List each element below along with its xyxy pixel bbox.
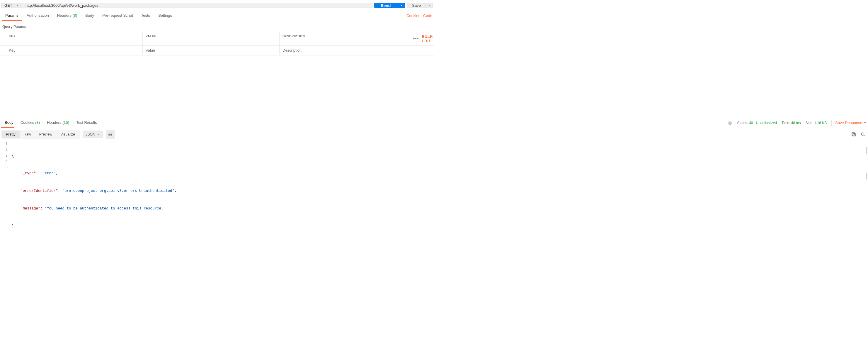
cookies-link[interactable]: Cookies <box>406 13 420 18</box>
tab-params[interactable]: Params <box>1 11 23 21</box>
tab-headers[interactable]: Headers (8) <box>53 11 82 21</box>
tab-settings[interactable]: Settings <box>154 11 176 21</box>
request-tabs: Params Authorization Headers (8) Body Pr… <box>1 11 176 21</box>
wrap-lines-button[interactable] <box>106 130 115 139</box>
query-params-title: Query Params <box>0 21 434 32</box>
send-button-group: Send <box>374 3 405 8</box>
tok-key: "_type" <box>21 171 36 175</box>
save-button[interactable]: Save <box>407 3 426 8</box>
code-content: { "_type": "Error", "errorIdentifier": "… <box>12 141 434 181</box>
col-description: DESCRIPTION <box>280 32 416 46</box>
line-number: 5 <box>0 165 9 170</box>
line-number: 3 <box>0 153 9 159</box>
query-params-header-row: KEY VALUE DESCRIPTION ••• Bulk Edit <box>0 32 434 46</box>
chevron-down-icon <box>98 134 100 135</box>
tab-label: Settings <box>158 13 172 18</box>
line-number: 4 <box>0 159 9 165</box>
save-dropdown[interactable] <box>426 3 433 8</box>
tok-punct: , <box>56 171 58 175</box>
tab-pre-request-script[interactable]: Pre-request Script <box>98 11 137 21</box>
response-tabs: Body Cookies (3) Headers (15) Test Resul… <box>1 118 100 128</box>
send-button[interactable]: Send <box>374 3 397 8</box>
response-code-area[interactable]: 1 2 3 4 5 { "_type": "Error", "errorIden… <box>0 141 434 181</box>
chevron-down-icon <box>400 5 403 6</box>
code-line: { <box>12 153 434 159</box>
chevron-down-icon <box>428 5 431 6</box>
line-numbers: 1 2 3 4 5 <box>0 141 12 181</box>
line-number: 2 <box>0 147 9 153</box>
tok-brace: { <box>12 154 14 158</box>
tab-authorization[interactable]: Authorization <box>23 11 53 21</box>
gutter-cell <box>0 46 6 55</box>
mode-visualize[interactable]: Visualize <box>56 131 79 138</box>
method-url-group: GET <box>1 3 372 8</box>
gutter-cell <box>0 32 6 46</box>
tab-label: Body <box>85 13 94 18</box>
tab-body[interactable]: Body <box>81 11 98 21</box>
response-tabs-row: Body Cookies (3) Headers (15) Test Resul… <box>0 117 434 128</box>
code-line: "_type": "Error", <box>12 170 434 176</box>
mode-raw[interactable]: Raw <box>20 131 35 138</box>
body-format-select[interactable]: JSON <box>83 131 103 138</box>
body-view-toolbar: Pretty Raw Preview Visualize JSON <box>0 128 434 141</box>
resp-tab-headers[interactable]: Headers (15) <box>43 118 73 128</box>
mode-preview[interactable]: Preview <box>35 131 56 138</box>
line-number: 1 <box>0 141 9 147</box>
query-params-input-row <box>0 46 434 55</box>
query-params-header-actions: ••• Bulk Edit <box>416 32 434 46</box>
tok-sep: : <box>36 171 40 175</box>
chevron-down-icon <box>17 5 19 6</box>
tab-label: Headers <box>47 120 61 125</box>
http-method-select[interactable]: GET <box>1 3 22 8</box>
param-description-input[interactable] <box>282 48 413 53</box>
tab-label: Headers <box>57 13 71 18</box>
response-area: Body Cookies (3) Headers (15) Test Resul… <box>0 117 434 181</box>
param-value-input[interactable] <box>146 48 276 53</box>
resp-tab-cookies[interactable]: Cookies (3) <box>17 118 43 128</box>
tok-string: "Error" <box>40 171 56 175</box>
resp-tab-test-results[interactable]: Test Results <box>73 118 100 128</box>
request-url-input[interactable] <box>22 3 372 8</box>
tok-indent <box>12 171 21 175</box>
tab-tests[interactable]: Tests <box>137 11 154 21</box>
more-icon[interactable]: ••• <box>413 36 419 41</box>
param-key-input[interactable] <box>9 48 140 53</box>
tab-label: Params <box>5 13 19 18</box>
request-tabs-row: Params Authorization Headers (8) Body Pr… <box>0 11 434 21</box>
bulk-edit-link[interactable]: Bulk Edit <box>422 34 433 43</box>
query-params-table: KEY VALUE DESCRIPTION ••• Bulk Edit <box>0 32 434 55</box>
col-key: KEY <box>6 32 143 46</box>
wrap-icon <box>108 132 113 137</box>
tab-label: Tests <box>141 13 150 18</box>
tab-label: Test Results <box>76 120 97 125</box>
tab-label: Body <box>5 120 13 125</box>
resp-tab-body[interactable]: Body <box>1 118 17 128</box>
tab-label: Cookies <box>21 120 34 125</box>
spacer <box>416 46 434 55</box>
tab-label: Pre-request Script <box>102 13 133 18</box>
col-value: VALUE <box>143 32 280 46</box>
tab-count: (15) <box>62 120 69 125</box>
save-button-group: Save <box>407 3 433 8</box>
code-link[interactable]: Code <box>423 13 432 18</box>
tab-label: Authorization <box>27 13 49 18</box>
format-value: JSON <box>86 132 95 136</box>
tab-count: (8) <box>72 13 77 18</box>
request-tabs-right: Cookies Code <box>406 13 433 18</box>
http-method-value: GET <box>4 3 12 8</box>
request-bar: GET Send Save <box>0 0 434 11</box>
tab-count: (3) <box>35 120 40 125</box>
mode-pretty[interactable]: Pretty <box>2 131 20 138</box>
send-dropdown[interactable] <box>397 3 405 8</box>
body-view-mode-group: Pretty Raw Preview Visualize <box>1 130 80 139</box>
